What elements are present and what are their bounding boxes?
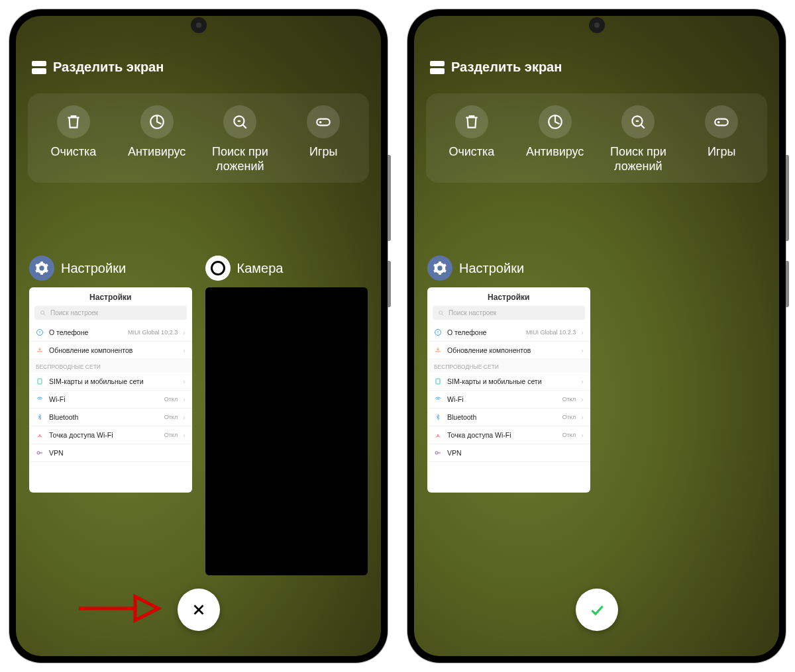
row-wifi: Wi-Fi Откл ›: [29, 391, 192, 408]
row-update: Обновление компонентов ›: [427, 342, 590, 360]
card-title: Настройки: [29, 287, 192, 306]
svg-point-7: [39, 434, 40, 436]
svg-point-12: [439, 311, 443, 314]
svg-point-8: [37, 452, 40, 454]
svg-rect-15: [436, 379, 440, 384]
svg-point-14: [438, 334, 439, 334]
recent-app-name: Камера: [237, 261, 284, 276]
svg-rect-2: [317, 119, 330, 126]
recent-app-name: Настройки: [459, 261, 524, 276]
tool-app-search[interactable]: Поиск при ложений: [597, 105, 680, 173]
tool-games[interactable]: Игры: [282, 105, 365, 173]
trash-icon: [57, 105, 90, 138]
row-bluetooth: Bluetooth Откл ›: [427, 408, 590, 426]
recent-app-camera[interactable]: Камера: [205, 256, 368, 575]
tool-label: Поиск при ложений: [610, 145, 666, 173]
volume-button[interactable]: [786, 155, 789, 241]
check-icon: [588, 601, 606, 618]
tool-label: Игры: [309, 145, 337, 160]
tool-cleanup[interactable]: Очистка: [32, 105, 115, 173]
svg-point-17: [435, 452, 438, 454]
recent-app-empty: [604, 256, 767, 493]
settings-search: Поиск настроек: [433, 306, 585, 320]
tool-label: Очистка: [449, 145, 494, 160]
tool-games[interactable]: Игры: [680, 105, 763, 173]
camera-app-icon: [205, 256, 231, 281]
front-camera-notch: [589, 17, 605, 33]
volume-button[interactable]: [388, 155, 391, 241]
row-about-phone: О телефоне MIUI Global 10.2.3 ›: [29, 324, 192, 342]
recent-header: Настройки: [29, 256, 192, 281]
search-placeholder: Поиск настроек: [449, 309, 496, 316]
tool-label: Поиск при ложений: [212, 145, 268, 173]
row-about-phone: О телефоне MIUI Global 10.2.3 ›: [427, 324, 590, 342]
trash-icon: [455, 105, 488, 138]
settings-app-icon: [29, 256, 54, 281]
row-update: Обновление компонентов ›: [29, 342, 192, 360]
annotation-arrow: [76, 589, 162, 628]
row-bluetooth: Bluetooth Откл ›: [29, 408, 192, 426]
recent-apps: Настройки Настройки Поиск настроек О тел…: [414, 256, 779, 493]
row-hotspot: Точка доступа Wi-Fi Откл ›: [427, 426, 590, 444]
settings-preview-card[interactable]: Настройки Поиск настроек О телефоне MIUI…: [29, 287, 192, 493]
tool-label: Игры: [708, 145, 735, 160]
settings-search: Поиск настроек: [34, 306, 187, 320]
tool-app-search[interactable]: Поиск при ложений: [199, 105, 282, 173]
close-icon: [190, 601, 207, 618]
recent-app-settings[interactable]: Настройки Настройки Поиск настроек О тел…: [427, 256, 590, 493]
shield-scan-icon: [539, 105, 572, 138]
front-camera-notch: [191, 17, 207, 33]
tools-panel: Очистка Антивирус Поиск при ложений Игры: [28, 93, 369, 183]
search-app-icon: [621, 105, 655, 138]
split-screen-label: Разделить экран: [451, 60, 562, 75]
section-wireless: Беспроводные сети: [427, 360, 590, 373]
split-screen-icon: [32, 61, 46, 74]
tool-label: Очистка: [50, 145, 96, 160]
phone-frame-right: Разделить экран Очистка Антивирус Поиск …: [407, 9, 786, 663]
recent-header: Настройки: [427, 256, 590, 281]
svg-rect-11: [715, 119, 728, 126]
row-vpn: VPN: [29, 444, 192, 462]
card-title: Настройки: [427, 287, 590, 306]
phone-screen-left: Разделить экран Очистка Антивирус Поиск …: [16, 16, 381, 656]
svg-point-16: [437, 434, 439, 436]
tool-antivirus[interactable]: Антивирус: [513, 105, 597, 173]
recent-app-name: Настройки: [61, 261, 126, 276]
row-vpn: VPN: [427, 444, 590, 462]
split-screen-icon: [430, 61, 445, 74]
phone-frame-left: Разделить экран Очистка Антивирус Поиск …: [9, 9, 388, 663]
split-screen-label: Разделить экран: [53, 60, 164, 75]
gamepad-icon: [705, 105, 738, 138]
recent-apps: Настройки Настройки Поиск настроек О тел…: [16, 256, 381, 575]
row-sim: SIM-карты и мобильные сети ›: [427, 373, 590, 391]
row-hotspot: Точка доступа Wi-Fi Откл ›: [29, 426, 192, 444]
svg-point-3: [41, 311, 44, 314]
camera-preview-card[interactable]: [205, 287, 368, 575]
recent-app-settings[interactable]: Настройки Настройки Поиск настроек О тел…: [29, 256, 192, 575]
clear-all-button[interactable]: [178, 589, 220, 631]
tool-antivirus[interactable]: Антивирус: [115, 105, 199, 173]
gamepad-icon: [307, 105, 340, 138]
phone-screen-right: Разделить экран Очистка Антивирус Поиск …: [414, 16, 779, 656]
search-placeholder: Поиск настроек: [50, 309, 98, 316]
power-button[interactable]: [786, 261, 789, 307]
tools-panel: Очистка Антивирус Поиск при ложений Игры: [426, 93, 767, 183]
section-wireless: Беспроводные сети: [29, 360, 192, 373]
tool-label: Антивирус: [526, 145, 584, 160]
row-sim: SIM-карты и мобильные сети ›: [29, 373, 192, 391]
settings-preview-card[interactable]: Настройки Поиск настроек О телефоне MIUI…: [427, 287, 590, 493]
tool-cleanup[interactable]: Очистка: [430, 105, 513, 173]
recent-header: Камера: [205, 256, 368, 281]
settings-app-icon: [427, 256, 452, 281]
svg-point-5: [40, 334, 40, 334]
search-app-icon: [223, 105, 256, 138]
shield-scan-icon: [140, 105, 174, 138]
tool-label: Антивирус: [128, 145, 186, 160]
svg-rect-6: [38, 379, 42, 384]
power-button[interactable]: [388, 261, 391, 307]
row-wifi: Wi-Fi Откл ›: [427, 391, 590, 408]
confirm-button[interactable]: [576, 589, 618, 631]
